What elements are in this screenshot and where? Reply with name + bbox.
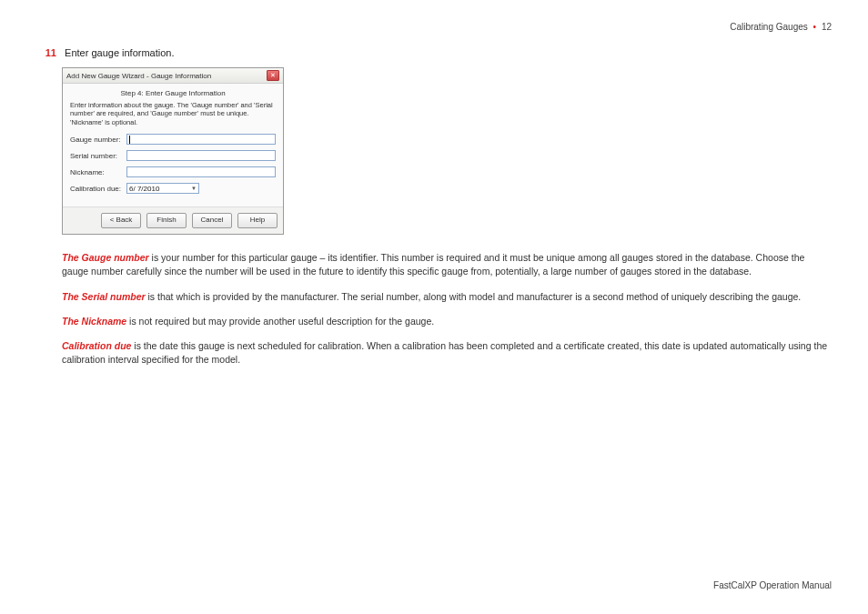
page-number: 12: [822, 22, 832, 32]
dialog-titlebar: Add New Gauge Wizard - Gauge Information…: [63, 68, 283, 84]
gauge-number-term: The Gauge number: [62, 252, 149, 263]
nickname-paragraph: The Nickname is not required but may pro…: [62, 315, 832, 328]
content-area: 11 Enter gauge information. Add New Gaug…: [62, 47, 832, 377]
back-button[interactable]: < Back: [101, 213, 141, 228]
step-line: 11 Enter gauge information.: [62, 47, 832, 58]
chevron-down-icon: ▼: [191, 186, 197, 191]
nickname-input[interactable]: [126, 166, 276, 177]
dialog-body: Step 4: Enter Gauge Information Enter in…: [63, 84, 283, 206]
serial-number-input[interactable]: [126, 150, 276, 161]
calibration-due-value: 6/ 7/2010: [129, 185, 159, 193]
section-title: Calibrating Gauges: [730, 22, 808, 32]
finish-button[interactable]: Finish: [146, 213, 187, 228]
window-controls: ✕: [267, 70, 279, 81]
explanatory-text: The Gauge number is your number for this…: [62, 251, 832, 367]
serial-number-desc: is that which is provided by the manufac…: [146, 291, 802, 302]
serial-number-paragraph: The Serial number is that which is provi…: [62, 290, 832, 304]
nickname-row: Nickname:: [70, 166, 276, 177]
dialog-step-title: Step 4: Enter Gauge Information: [70, 89, 276, 97]
calibration-due-desc: is the date this gauge is next scheduled…: [62, 340, 827, 365]
dialog-title-text: Add New Gauge Wizard - Gauge Information: [66, 72, 211, 80]
gauge-number-label: Gauge number:: [70, 136, 126, 144]
header-separator: •: [811, 22, 820, 32]
gauge-wizard-dialog: Add New Gauge Wizard - Gauge Information…: [62, 67, 284, 235]
step-number: 11: [42, 47, 62, 58]
nickname-term: The Nickname: [62, 316, 126, 327]
step-text: Enter gauge information.: [65, 47, 174, 58]
serial-number-label: Serial number:: [70, 152, 126, 160]
calibration-due-paragraph: Calibration due is the date this gauge i…: [62, 339, 832, 367]
page-header: Calibrating Gauges • 12: [730, 22, 832, 32]
page-footer: FastCalXP Operation Manual: [713, 580, 832, 590]
calibration-due-term: Calibration due: [62, 340, 131, 351]
help-button[interactable]: Help: [237, 213, 278, 228]
dialog-instruction: Enter information about the gauge. The '…: [70, 101, 276, 126]
calibration-due-datepicker[interactable]: 6/ 7/2010 ▼: [126, 183, 199, 194]
calibration-due-row: Calibration due: 6/ 7/2010 ▼: [70, 183, 276, 194]
dialog-button-row: < Back Finish Cancel Help: [63, 206, 283, 234]
calibration-due-label: Calibration due:: [70, 185, 126, 193]
gauge-number-desc: is your number for this particular gauge…: [62, 252, 804, 277]
gauge-number-paragraph: The Gauge number is your number for this…: [62, 251, 832, 278]
nickname-desc: is not required but may provide another …: [126, 316, 434, 327]
serial-number-term: The Serial number: [62, 291, 146, 302]
serial-number-row: Serial number:: [70, 150, 276, 161]
gauge-number-row: Gauge number:: [70, 134, 276, 145]
gauge-number-input[interactable]: [126, 134, 276, 145]
nickname-label: Nickname:: [70, 168, 126, 176]
cancel-button[interactable]: Cancel: [192, 213, 232, 228]
close-icon[interactable]: ✕: [267, 70, 279, 81]
